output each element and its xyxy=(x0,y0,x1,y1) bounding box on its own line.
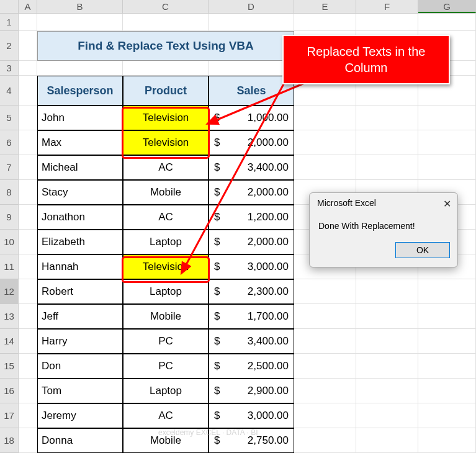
salesperson-cell[interactable]: Harry xyxy=(37,329,123,354)
corner-cell[interactable] xyxy=(0,0,19,14)
cell[interactable] xyxy=(418,403,476,428)
row-header[interactable]: 12 xyxy=(0,279,19,304)
cell[interactable] xyxy=(418,106,476,130)
col-sales[interactable]: Sales xyxy=(209,76,294,106)
cell[interactable] xyxy=(123,61,209,76)
cell[interactable] xyxy=(418,329,476,354)
cell[interactable] xyxy=(356,304,418,329)
col-header-C[interactable]: C xyxy=(123,0,209,13)
cell[interactable] xyxy=(294,304,356,329)
salesperson-cell[interactable]: Stacy xyxy=(37,180,123,205)
product-cell[interactable]: AC xyxy=(123,155,209,180)
product-cell[interactable]: Mobile xyxy=(123,304,209,329)
cell[interactable] xyxy=(19,254,37,279)
cell[interactable] xyxy=(19,31,37,61)
row-header[interactable]: 6 xyxy=(0,130,19,155)
row-header[interactable]: 4 xyxy=(0,76,19,106)
col-product[interactable]: Product xyxy=(123,76,209,106)
product-cell[interactable]: PC xyxy=(123,354,209,379)
cell[interactable] xyxy=(19,61,37,76)
row-header[interactable]: 10 xyxy=(0,230,19,254)
sales-cell[interactable]: $1,700.00 xyxy=(209,304,294,329)
sales-cell[interactable]: $1,200.00 xyxy=(209,205,294,230)
cell[interactable] xyxy=(356,403,418,428)
product-cell[interactable]: Television xyxy=(123,106,209,130)
row-header[interactable]: 11 xyxy=(0,254,19,279)
salesperson-cell[interactable]: Jeremy xyxy=(37,403,123,428)
cell[interactable] xyxy=(19,205,37,230)
row-header[interactable]: 5 xyxy=(0,106,19,130)
cell[interactable] xyxy=(209,61,294,76)
cell[interactable] xyxy=(19,403,37,428)
cell[interactable] xyxy=(356,106,418,130)
row-header[interactable]: 7 xyxy=(0,155,19,180)
row-header[interactable]: 1 xyxy=(0,14,19,31)
sales-cell[interactable]: $3,000.00 xyxy=(209,403,294,428)
cell[interactable] xyxy=(356,354,418,379)
cell[interactable] xyxy=(418,428,476,453)
salesperson-cell[interactable]: Micheal xyxy=(37,155,123,180)
salesperson-cell[interactable]: Max xyxy=(37,130,123,155)
sales-cell[interactable]: $1,000.00 xyxy=(209,106,294,130)
product-cell[interactable]: AC xyxy=(123,205,209,230)
sales-cell[interactable]: $2,000.00 xyxy=(209,230,294,254)
product-cell[interactable]: Mobile xyxy=(123,180,209,205)
sales-cell[interactable]: $2,300.00 xyxy=(209,279,294,304)
cell[interactable] xyxy=(418,304,476,329)
ok-button[interactable]: OK xyxy=(395,242,450,258)
salesperson-cell[interactable]: Donna xyxy=(37,428,123,453)
sales-cell[interactable]: $2,500.00 xyxy=(209,354,294,379)
cell[interactable] xyxy=(19,106,37,130)
salesperson-cell[interactable]: John xyxy=(37,106,123,130)
col-header-A[interactable]: A xyxy=(19,0,37,13)
cell[interactable] xyxy=(294,14,356,31)
sales-cell[interactable]: $3,400.00 xyxy=(209,329,294,354)
cell[interactable] xyxy=(209,14,294,31)
col-header-B[interactable]: B xyxy=(37,0,123,13)
cell[interactable] xyxy=(294,106,356,130)
product-cell[interactable]: Laptop xyxy=(123,230,209,254)
row-header[interactable]: 3 xyxy=(0,61,19,76)
col-header-E[interactable]: E xyxy=(294,0,356,13)
product-cell[interactable]: AC xyxy=(123,403,209,428)
salesperson-cell[interactable]: Tom xyxy=(37,379,123,403)
cell[interactable] xyxy=(356,329,418,354)
col-header-F[interactable]: F xyxy=(356,0,418,13)
cell[interactable] xyxy=(19,180,37,205)
salesperson-cell[interactable]: Hannah xyxy=(37,254,123,279)
sales-cell[interactable]: $2,900.00 xyxy=(209,379,294,403)
row-header[interactable]: 16 xyxy=(0,379,19,403)
cell[interactable] xyxy=(294,279,356,304)
cell[interactable] xyxy=(418,379,476,403)
cell[interactable] xyxy=(123,14,209,31)
cell[interactable] xyxy=(294,329,356,354)
cell[interactable] xyxy=(19,130,37,155)
cell[interactable] xyxy=(294,428,356,453)
cell[interactable] xyxy=(356,155,418,180)
cell[interactable] xyxy=(37,61,123,76)
col-salesperson[interactable]: Salesperson xyxy=(37,76,123,106)
cell[interactable] xyxy=(418,14,476,31)
cell[interactable] xyxy=(19,14,37,31)
product-cell[interactable]: Television xyxy=(123,254,209,279)
row-header[interactable]: 13 xyxy=(0,304,19,329)
row-header[interactable]: 18 xyxy=(0,428,19,453)
sales-cell[interactable]: $2,000.00 xyxy=(209,130,294,155)
cell[interactable] xyxy=(356,428,418,453)
sales-cell[interactable]: $3,400.00 xyxy=(209,155,294,180)
cell[interactable] xyxy=(356,14,418,31)
cell[interactable] xyxy=(294,130,356,155)
sales-cell[interactable]: $3,000.00 xyxy=(209,254,294,279)
col-header-G[interactable]: G xyxy=(418,0,476,13)
cell[interactable] xyxy=(418,130,476,155)
row-header[interactable]: 8 xyxy=(0,180,19,205)
salesperson-cell[interactable]: Jeff xyxy=(37,304,123,329)
salesperson-cell[interactable]: Robert xyxy=(37,279,123,304)
product-cell[interactable]: Laptop xyxy=(123,279,209,304)
salesperson-cell[interactable]: Elizabeth xyxy=(37,230,123,254)
sales-cell[interactable]: $2,000.00 xyxy=(209,180,294,205)
row-header[interactable]: 14 xyxy=(0,329,19,354)
cell[interactable] xyxy=(356,130,418,155)
cell[interactable] xyxy=(294,354,356,379)
close-icon[interactable]: ✕ xyxy=(443,198,451,210)
